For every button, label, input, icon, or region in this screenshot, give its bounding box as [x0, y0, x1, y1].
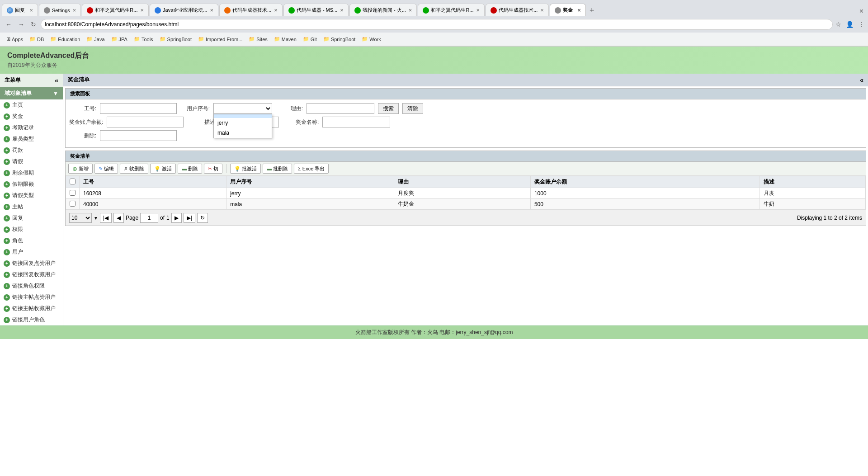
sidebar-item-link-reply-like[interactable]: 链接回复点赞用户	[0, 258, 63, 269]
reload-button[interactable]: ↻	[29, 20, 38, 29]
tab-close-h2[interactable]: ×	[474, 7, 480, 14]
tab-close-news[interactable]: ×	[406, 7, 412, 14]
sidebar-item-employee-type[interactable]: 雇员类型	[0, 133, 63, 145]
sidebar-item-reply[interactable]: 回复	[0, 212, 63, 224]
row1-checkbox[interactable]	[70, 190, 75, 196]
tab-java[interactable]: Java企业应用论坛... ×	[150, 4, 218, 16]
bookmark-education-label: Education	[58, 37, 80, 42]
tab-codegen2[interactable]: 代码生成器 - MS... ×	[283, 4, 349, 16]
sidebar-item-link-user-role[interactable]: 链接用户角色	[0, 314, 63, 325]
page-label: Page	[126, 215, 138, 221]
sidebar-item-leave[interactable]: 请假	[0, 156, 63, 167]
bookmark-imported[interactable]: 📁 Imported From...	[195, 35, 245, 43]
panel-collapse-icon[interactable]: «	[860, 76, 863, 84]
tab-codegen3[interactable]: 代码生成器技术... ×	[486, 4, 549, 16]
sidebar-domain-header[interactable]: 域对象清单 ▼	[0, 87, 63, 99]
sidebar-item-permission[interactable]: 权限	[0, 224, 63, 235]
bookmark-education[interactable]: 📁 Education	[47, 35, 83, 43]
activate-button[interactable]: 💡 激活	[150, 164, 176, 174]
sidebar-item-link-role-perm[interactable]: 链接角色权限	[0, 280, 63, 292]
sidebar-plus-icon-leavetype	[4, 193, 10, 199]
address-input[interactable]	[41, 19, 833, 30]
batch-delete-button[interactable]: ▬ 批删除	[263, 164, 292, 174]
sidebar-item-remaining-vacation[interactable]: 剩余假期	[0, 167, 63, 179]
excel-export-button[interactable]: Σ Excel导出	[294, 164, 329, 174]
cut-button[interactable]: ✂ 切	[204, 164, 222, 174]
bookmark-maven[interactable]: 📁 Maven	[271, 35, 299, 43]
bookmark-star-icon[interactable]: ☆	[835, 21, 841, 28]
tab-settings[interactable]: Settings ×	[39, 4, 81, 16]
clear-button[interactable]: 清除	[402, 103, 423, 114]
bookmark-springboot2[interactable]: 📁 SpringBoot	[321, 35, 358, 43]
sidebar-item-leave-type[interactable]: 请假类型	[0, 190, 63, 201]
bookmark-tools[interactable]: 📁 Tools	[131, 35, 156, 43]
sidebar-item-post[interactable]: 主帖	[0, 201, 63, 212]
delete-input[interactable]	[100, 130, 177, 141]
sidebar-item-attendance[interactable]: 考勤记录	[0, 122, 63, 133]
sidebar-item-user[interactable]: 用户	[0, 246, 63, 258]
bookmark-git[interactable]: 📁 Git	[300, 35, 320, 43]
sidebar-domain-icon[interactable]: ▼	[53, 90, 58, 97]
per-page-select[interactable]: 10 20 50	[69, 213, 92, 223]
user-seq-select[interactable]: jerry mala	[213, 103, 272, 114]
batch-activate-button[interactable]: 💡 批激活	[230, 164, 261, 174]
bonus-name-input[interactable]	[322, 117, 390, 127]
new-tab-button[interactable]: +	[587, 5, 597, 16]
bookmark-db[interactable]: 📁 DB	[27, 35, 47, 43]
sidebar-item-vacation-limit[interactable]: 假期限额	[0, 179, 63, 190]
close-window-button[interactable]: ×	[857, 6, 866, 16]
sidebar-item-role[interactable]: 角色	[0, 235, 63, 246]
tab-huifu[interactable]: 回 回复 ×	[2, 4, 38, 16]
edit-button[interactable]: ✎ 编辑	[94, 164, 118, 174]
row2-checkbox[interactable]	[70, 201, 75, 207]
sidebar-collapse-icon[interactable]: «	[55, 77, 58, 84]
tab-close-settings[interactable]: ×	[70, 7, 76, 14]
select-all-checkbox[interactable]	[70, 179, 75, 184]
tab-close-cg2[interactable]: ×	[337, 7, 344, 14]
tab-close-cg1[interactable]: ×	[271, 7, 278, 14]
dropdown-option-empty[interactable]	[214, 114, 272, 118]
bookmark-java[interactable]: 📁 Java	[84, 35, 107, 43]
bookmark-jpa[interactable]: 📁 JPA	[108, 35, 130, 43]
worker-id-input[interactable]	[100, 103, 177, 114]
sidebar-item-link-post-like[interactable]: 链接主帖点赞用户	[0, 292, 63, 303]
forward-button[interactable]: →	[16, 20, 26, 29]
back-button[interactable]: ←	[4, 20, 14, 29]
tab-close-cg3[interactable]: ×	[538, 7, 544, 14]
add-button[interactable]: ⊕ 新增	[68, 164, 93, 174]
bookmark-apps[interactable]: ⊞ Apps	[4, 35, 26, 43]
bookmark-work[interactable]: 📁 Work	[359, 35, 383, 43]
last-page-button[interactable]: ▶|	[184, 213, 195, 223]
sidebar-item-homepage[interactable]: 主页	[0, 99, 63, 111]
bookmark-sites[interactable]: 📁 Sites	[246, 35, 270, 43]
reason-input[interactable]	[307, 103, 374, 114]
tab-close-h1[interactable]: ×	[137, 7, 144, 14]
menu-icon[interactable]: ⋮	[858, 21, 864, 28]
dropdown-option-jerry[interactable]: jerry	[214, 118, 272, 128]
refresh-button[interactable]: ↻	[197, 213, 208, 223]
tab-close-bonus[interactable]: ×	[575, 7, 581, 14]
user-icon[interactable]: 👤	[846, 21, 854, 28]
sidebar-item-fine[interactable]: 罚款	[0, 145, 63, 156]
search-button[interactable]: 搜索	[378, 103, 399, 114]
dropdown-option-mala[interactable]: mala	[214, 128, 272, 138]
prev-page-button[interactable]: ◀	[113, 213, 124, 223]
sidebar-item-link-reply-collect[interactable]: 链接回复收藏用户	[0, 269, 63, 280]
next-page-button[interactable]: ▶	[171, 213, 182, 223]
tab-hepingyi2[interactable]: 和平之翼代码生R... ×	[418, 4, 485, 16]
bonus-amount-input[interactable]	[107, 117, 184, 127]
sidebar-item-link-post-collect[interactable]: 链接主帖收藏用户	[0, 303, 63, 314]
tab-close-huifu[interactable]: ×	[27, 7, 33, 14]
tab-news[interactable]: 我投递的新闻 - 火... ×	[349, 4, 417, 16]
tab-codegen1[interactable]: 代码生成器技术... ×	[219, 4, 283, 16]
current-page-input[interactable]	[140, 213, 158, 223]
sidebar-item-bonus[interactable]: 奖金	[0, 111, 63, 122]
sidebar-main-menu-header[interactable]: 主菜单 «	[0, 74, 63, 87]
tab-hepingyi1[interactable]: 和平之翼代码生R... ×	[82, 4, 149, 16]
delete-button[interactable]: ▬ 删除	[178, 164, 202, 174]
first-page-button[interactable]: |◀	[100, 213, 112, 223]
soft-delete-button[interactable]: ✗ 软删除	[120, 164, 148, 174]
tab-bonus[interactable]: 奖金 ×	[550, 4, 586, 16]
tab-close-java[interactable]: ×	[207, 7, 213, 14]
bookmark-springboot1[interactable]: 📁 SpringBoot	[157, 35, 194, 43]
